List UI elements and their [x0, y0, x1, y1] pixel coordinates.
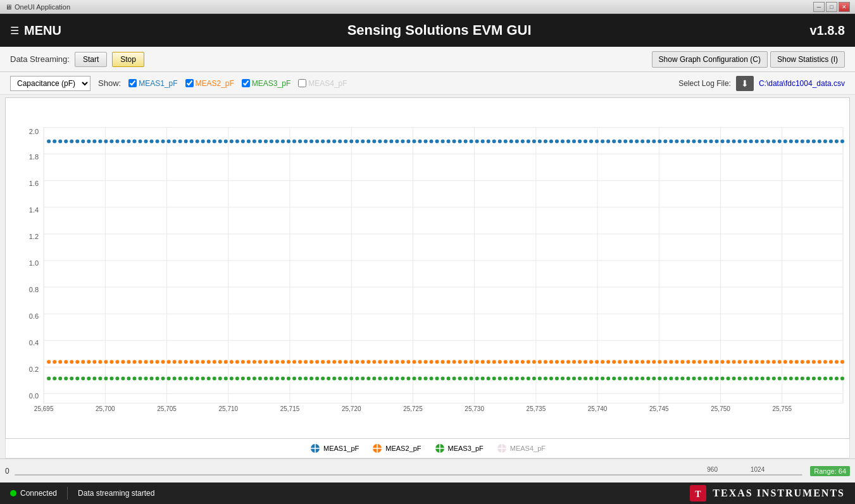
svg-point-126 [487, 140, 490, 144]
channel-2-checkbox[interactable] [185, 79, 194, 87]
channel-4-checkbox[interactable] [298, 79, 306, 87]
svg-point-440 [680, 376, 684, 380]
app-icon: 🖥 [5, 3, 12, 11]
svg-point-345 [138, 376, 142, 380]
status-divider [67, 487, 68, 500]
channel-3-item: MEAS3_pF [242, 79, 290, 88]
connection-status: Connected [20, 489, 57, 498]
channel-1-item: MEAS1_pF [128, 79, 177, 88]
svg-point-103 [355, 140, 359, 144]
svg-point-253 [412, 360, 416, 364]
svg-point-189 [47, 360, 51, 364]
svg-point-332 [64, 376, 68, 380]
menu-button[interactable]: ☰ MENU [10, 23, 61, 38]
svg-point-399 [447, 376, 451, 380]
svg-point-197 [92, 360, 96, 364]
svg-point-61 [115, 140, 119, 144]
svg-point-230 [281, 360, 285, 364]
log-file-button[interactable]: ⬇ [736, 76, 754, 91]
svg-point-162 [692, 140, 696, 144]
svg-point-462 [806, 376, 810, 380]
channel-1-checkbox[interactable] [128, 79, 137, 87]
svg-point-64 [132, 140, 136, 144]
stop-button[interactable]: Stop [112, 52, 144, 67]
close-button[interactable]: ✕ [839, 2, 850, 12]
svg-point-397 [435, 376, 439, 380]
svg-point-276 [544, 360, 547, 364]
svg-point-169 [732, 140, 736, 144]
svg-point-215 [196, 360, 199, 364]
svg-text:0.0: 0.0 [29, 392, 39, 400]
toolbar: Data Streaming: Start Stop Show Graph Co… [0, 47, 855, 72]
svg-point-216 [201, 360, 205, 364]
svg-point-348 [156, 376, 159, 380]
maximize-button[interactable]: □ [826, 2, 837, 12]
svg-text:25,710: 25,710 [218, 406, 238, 413]
svg-point-93 [298, 140, 302, 144]
svg-point-437 [663, 376, 667, 380]
svg-text:0.4: 0.4 [29, 339, 39, 347]
svg-point-292 [635, 360, 639, 364]
svg-point-144 [589, 140, 593, 144]
svg-point-342 [121, 376, 125, 380]
svg-point-333 [70, 376, 73, 380]
svg-point-265 [481, 360, 485, 364]
svg-point-449 [732, 376, 736, 380]
svg-point-68 [156, 140, 159, 144]
scroll-track[interactable] [15, 474, 803, 476]
svg-point-361 [230, 376, 234, 380]
svg-point-124 [475, 140, 479, 144]
start-button[interactable]: Start [75, 52, 107, 67]
svg-point-433 [640, 376, 644, 380]
channel-2-item: MEAS2_pF [185, 79, 234, 88]
svg-point-199 [104, 360, 108, 364]
svg-point-283 [584, 360, 587, 364]
svg-point-386 [372, 376, 376, 380]
svg-point-431 [629, 376, 633, 380]
svg-point-428 [612, 376, 616, 380]
svg-point-164 [703, 140, 707, 144]
svg-point-443 [697, 376, 701, 380]
svg-point-221 [230, 360, 234, 364]
minimize-button[interactable]: ─ [813, 2, 825, 12]
svg-point-168 [727, 140, 730, 144]
svg-point-410 [509, 376, 513, 380]
svg-point-155 [652, 140, 656, 144]
svg-point-212 [178, 360, 182, 364]
svg-text:2.0: 2.0 [29, 128, 39, 135]
svg-point-308 [727, 360, 730, 364]
svg-point-395 [423, 376, 427, 380]
measurement-dropdown[interactable]: Capacitance (pF) [10, 76, 90, 91]
svg-point-371 [287, 376, 290, 380]
svg-point-405 [481, 376, 485, 380]
svg-point-210 [167, 360, 171, 364]
svg-point-366 [258, 376, 262, 380]
chart-svg: 2.0 1.8 1.6 1.4 1.2 1.0 0.8 0.6 0.4 0.2 … [6, 98, 849, 438]
svg-point-396 [430, 376, 434, 380]
svg-point-136 [544, 140, 547, 144]
svg-point-60 [109, 140, 113, 144]
svg-point-108 [384, 140, 387, 144]
graph-config-button[interactable]: Show Graph Configuration (C) [652, 51, 768, 68]
svg-point-321 [801, 360, 804, 364]
svg-point-173 [755, 140, 759, 144]
svg-point-161 [686, 140, 690, 144]
svg-point-334 [75, 376, 79, 380]
chart-legend: MEAS1_pF MEAS2_pF MEAS3_pF ME [5, 439, 850, 458]
svg-point-222 [235, 360, 239, 364]
main-content: Data Streaming: Start Stop Show Graph Co… [0, 47, 855, 482]
svg-point-382 [349, 376, 353, 380]
svg-point-113 [412, 140, 416, 144]
svg-point-354 [190, 376, 194, 380]
svg-point-149 [618, 140, 621, 144]
svg-point-52 [64, 140, 68, 144]
svg-point-142 [578, 140, 582, 144]
svg-text:1.8: 1.8 [29, 153, 39, 161]
svg-point-274 [532, 360, 536, 364]
svg-point-318 [783, 360, 787, 364]
svg-point-392 [406, 376, 410, 380]
channel-3-checkbox[interactable] [242, 79, 250, 87]
svg-point-102 [349, 140, 353, 144]
statistics-button[interactable]: Show Statistics (I) [770, 51, 845, 68]
svg-point-208 [156, 360, 159, 364]
